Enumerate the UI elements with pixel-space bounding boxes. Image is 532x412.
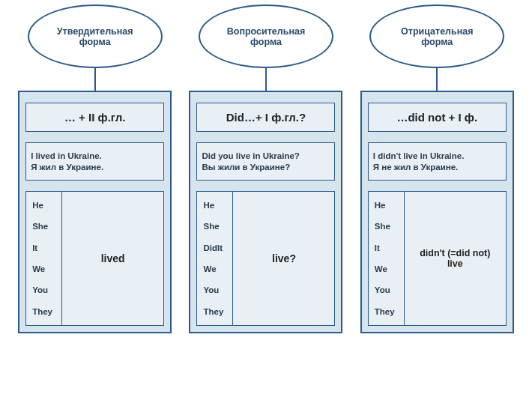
panel-affirmative: … + II ф.гл. I lived in Ukraine. Я жил в… <box>18 91 172 333</box>
example-ru: Я не жил в Украине. <box>373 163 501 172</box>
pronoun: It <box>32 243 55 252</box>
pronoun: We <box>32 264 55 273</box>
pronoun: They <box>375 307 398 316</box>
example-box: I lived in Ukraine. Я жил в Украине. <box>25 142 164 181</box>
pronoun: She <box>203 222 226 231</box>
example-box: I didn't live in Ukraine. Я не жил в Укр… <box>368 142 507 181</box>
pronoun-table: He She It We You They didn't (=did not) … <box>368 191 507 326</box>
column-affirmative: Утвердительная форма … + II ф.гл. I live… <box>15 0 175 333</box>
title-ellipse-negative: Отрицательная форма <box>369 4 504 68</box>
example-en: I didn't live in Ukraine. <box>373 151 501 160</box>
connector-line <box>265 65 267 91</box>
pronoun: You <box>32 285 55 294</box>
example-ru: Вы жили в Украине? <box>202 163 330 172</box>
pronoun-column: He She It We You They <box>369 192 405 325</box>
pronoun: They <box>32 307 55 316</box>
column-interrogative: Вопросительная форма Did…+ I ф.гл.? Did … <box>186 0 345 333</box>
pronoun: You <box>203 285 226 294</box>
title-line: форма <box>250 37 282 47</box>
pronoun: He <box>375 201 398 210</box>
formula-box: …did not + I ф. <box>368 103 507 132</box>
verb-text: didn't (=did not) <box>420 248 490 258</box>
panel-negative: …did not + I ф. I didn't live in Ukraine… <box>360 91 514 333</box>
panel-interrogative: Did…+ I ф.гл.? Did you live in Ukraine? … <box>189 91 342 333</box>
title-line: Отрицательная <box>401 26 473 37</box>
diagram-container: Утвердительная форма … + II ф.гл. I live… <box>0 0 532 333</box>
verb-column: live? <box>233 192 334 325</box>
pronoun: It <box>375 243 398 252</box>
formula-box: … + II ф.гл. <box>25 103 164 132</box>
example-en: I lived in Ukraine. <box>31 151 159 160</box>
connector-line <box>94 65 96 91</box>
pronoun: He <box>32 201 55 210</box>
pronoun: DidIt <box>203 243 226 252</box>
verb-text: lived <box>101 252 125 264</box>
pronoun: You <box>375 285 398 294</box>
example-box: Did you live in Ukraine? Вы жили в Украи… <box>196 142 335 181</box>
formula-box: Did…+ I ф.гл.? <box>196 103 335 132</box>
pronoun: He <box>203 201 226 210</box>
verb-text: live <box>447 258 463 269</box>
title-line: Утвердительная <box>57 26 133 37</box>
pronoun-column: He She DidIt We You They <box>197 192 233 325</box>
example-ru: Я жил в Украине. <box>31 163 159 172</box>
pronoun: She <box>375 222 398 231</box>
pronoun: We <box>203 264 226 273</box>
pronoun: She <box>32 222 55 231</box>
connector-line <box>436 65 438 91</box>
verb-text: live? <box>272 252 296 264</box>
title-line: форма <box>79 37 111 47</box>
title-ellipse-interrogative: Вопросительная форма <box>199 4 333 68</box>
pronoun-table: He She It We You They lived <box>25 191 164 326</box>
title-line: Вопросительная <box>227 26 305 37</box>
verb-column: lived <box>62 192 163 325</box>
pronoun-column: He She It We You They <box>26 192 62 325</box>
example-en: Did you live in Ukraine? <box>202 151 330 160</box>
verb-column: didn't (=did not) live <box>405 192 506 325</box>
title-ellipse-affirmative: Утвердительная форма <box>28 4 163 68</box>
column-negative: Отрицательная форма …did not + I ф. I di… <box>357 0 517 333</box>
pronoun-table: He She DidIt We You They live? <box>196 191 335 326</box>
pronoun: We <box>375 264 398 273</box>
title-line: форма <box>421 37 453 47</box>
pronoun: They <box>203 307 226 316</box>
